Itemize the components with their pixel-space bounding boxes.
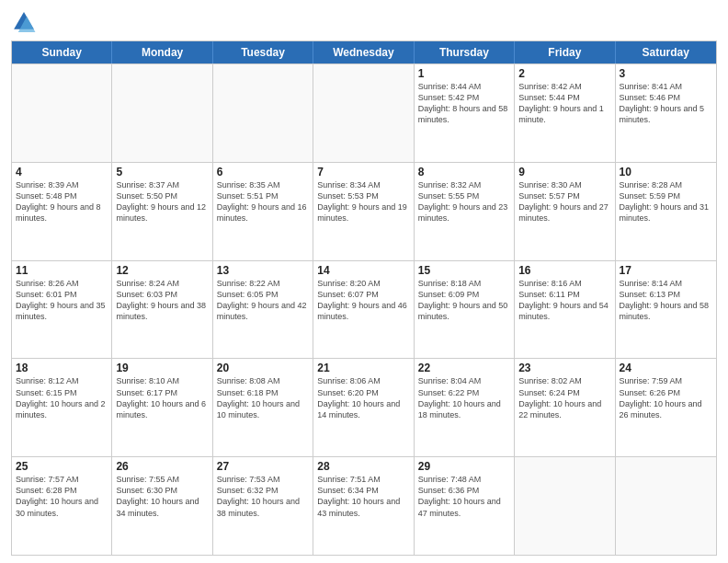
day-cell-20: 20Sunrise: 8:08 AM Sunset: 6:18 PM Dayli…: [213, 359, 313, 456]
day-header-sunday: Sunday: [12, 41, 112, 63]
day-cell-23: 23Sunrise: 8:02 AM Sunset: 6:24 PM Dayli…: [515, 359, 615, 456]
empty-cell: [616, 457, 716, 555]
day-number: 2: [518, 67, 610, 80]
day-info: Sunrise: 8:32 AM Sunset: 5:55 PM Dayligh…: [418, 179, 510, 224]
calendar-body: 1Sunrise: 8:44 AM Sunset: 5:42 PM Daylig…: [12, 63, 716, 555]
day-info: Sunrise: 7:59 AM Sunset: 6:26 PM Dayligh…: [620, 375, 712, 420]
page: SundayMondayTuesdayWednesdayThursdayFrid…: [0, 0, 728, 563]
day-cell-4: 4Sunrise: 8:39 AM Sunset: 5:48 PM Daylig…: [12, 163, 112, 260]
day-cell-6: 6Sunrise: 8:35 AM Sunset: 5:51 PM Daylig…: [213, 163, 313, 260]
day-info: Sunrise: 8:42 AM Sunset: 5:44 PM Dayligh…: [518, 81, 610, 126]
day-number: 24: [620, 362, 712, 374]
day-info: Sunrise: 8:06 AM Sunset: 6:20 PM Dayligh…: [317, 375, 409, 420]
day-info: Sunrise: 8:22 AM Sunset: 6:05 PM Dayligh…: [217, 278, 309, 323]
day-info: Sunrise: 8:08 AM Sunset: 6:18 PM Dayligh…: [217, 375, 309, 420]
day-info: Sunrise: 8:10 AM Sunset: 6:17 PM Dayligh…: [116, 375, 208, 420]
day-cell-14: 14Sunrise: 8:20 AM Sunset: 6:07 PM Dayli…: [313, 261, 414, 359]
day-header-thursday: Thursday: [415, 41, 515, 63]
day-cell-3: 3Sunrise: 8:41 AM Sunset: 5:46 PM Daylig…: [616, 64, 716, 162]
day-info: Sunrise: 8:16 AM Sunset: 6:11 PM Dayligh…: [518, 278, 610, 323]
day-cell-12: 12Sunrise: 8:24 AM Sunset: 6:03 PM Dayli…: [112, 261, 212, 359]
day-info: Sunrise: 7:51 AM Sunset: 6:34 PM Dayligh…: [317, 474, 409, 519]
day-cell-17: 17Sunrise: 8:14 AM Sunset: 6:13 PM Dayli…: [616, 261, 716, 359]
day-cell-26: 26Sunrise: 7:55 AM Sunset: 6:30 PM Dayli…: [112, 457, 212, 555]
calendar: SundayMondayTuesdayWednesdayThursdayFrid…: [11, 40, 717, 556]
day-cell-2: 2Sunrise: 8:42 AM Sunset: 5:44 PM Daylig…: [515, 64, 615, 162]
day-info: Sunrise: 8:04 AM Sunset: 6:22 PM Dayligh…: [418, 375, 510, 420]
calendar-header-row: SundayMondayTuesdayWednesdayThursdayFrid…: [12, 41, 716, 63]
day-cell-5: 5Sunrise: 8:37 AM Sunset: 5:50 PM Daylig…: [112, 163, 212, 260]
day-cell-10: 10Sunrise: 8:28 AM Sunset: 5:59 PM Dayli…: [616, 163, 716, 260]
day-cell-15: 15Sunrise: 8:18 AM Sunset: 6:09 PM Dayli…: [415, 261, 515, 359]
day-number: 10: [620, 166, 712, 178]
day-number: 4: [16, 166, 108, 178]
day-number: 13: [217, 264, 309, 277]
header: [11, 9, 717, 35]
day-cell-16: 16Sunrise: 8:16 AM Sunset: 6:11 PM Dayli…: [515, 261, 615, 359]
day-number: 29: [418, 460, 510, 473]
calendar-row-2: 4Sunrise: 8:39 AM Sunset: 5:48 PM Daylig…: [12, 162, 716, 260]
day-info: Sunrise: 8:41 AM Sunset: 5:46 PM Dayligh…: [620, 81, 712, 126]
day-info: Sunrise: 8:02 AM Sunset: 6:24 PM Dayligh…: [518, 375, 610, 420]
day-info: Sunrise: 8:14 AM Sunset: 6:13 PM Dayligh…: [620, 278, 712, 323]
day-number: 26: [116, 460, 208, 473]
empty-cell: [313, 64, 414, 162]
empty-cell: [515, 457, 615, 555]
day-number: 3: [620, 67, 712, 80]
day-number: 12: [116, 264, 208, 277]
empty-cell: [213, 64, 313, 162]
day-cell-27: 27Sunrise: 7:53 AM Sunset: 6:32 PM Dayli…: [213, 457, 313, 555]
day-cell-8: 8Sunrise: 8:32 AM Sunset: 5:55 PM Daylig…: [415, 163, 515, 260]
day-info: Sunrise: 8:18 AM Sunset: 6:09 PM Dayligh…: [418, 278, 510, 323]
day-number: 6: [217, 166, 309, 178]
day-cell-25: 25Sunrise: 7:57 AM Sunset: 6:28 PM Dayli…: [12, 457, 112, 555]
day-number: 22: [418, 362, 510, 374]
logo: [11, 9, 40, 35]
day-number: 25: [16, 460, 108, 473]
calendar-row-5: 25Sunrise: 7:57 AM Sunset: 6:28 PM Dayli…: [12, 456, 716, 555]
calendar-row-4: 18Sunrise: 8:12 AM Sunset: 6:15 PM Dayli…: [12, 358, 716, 456]
day-info: Sunrise: 8:35 AM Sunset: 5:51 PM Dayligh…: [217, 179, 309, 224]
day-info: Sunrise: 8:20 AM Sunset: 6:07 PM Dayligh…: [317, 278, 409, 323]
day-number: 16: [518, 264, 610, 277]
day-info: Sunrise: 7:53 AM Sunset: 6:32 PM Dayligh…: [217, 474, 309, 519]
day-number: 8: [418, 166, 510, 178]
day-header-monday: Monday: [112, 41, 212, 63]
day-cell-18: 18Sunrise: 8:12 AM Sunset: 6:15 PM Dayli…: [12, 359, 112, 456]
empty-cell: [12, 64, 112, 162]
calendar-row-3: 11Sunrise: 8:26 AM Sunset: 6:01 PM Dayli…: [12, 260, 716, 359]
day-number: 20: [217, 362, 309, 374]
day-cell-28: 28Sunrise: 7:51 AM Sunset: 6:34 PM Dayli…: [313, 457, 414, 555]
day-number: 7: [317, 166, 409, 178]
day-header-wednesday: Wednesday: [313, 41, 414, 63]
day-info: Sunrise: 7:48 AM Sunset: 6:36 PM Dayligh…: [418, 474, 510, 519]
day-cell-29: 29Sunrise: 7:48 AM Sunset: 6:36 PM Dayli…: [415, 457, 515, 555]
day-info: Sunrise: 8:34 AM Sunset: 5:53 PM Dayligh…: [317, 179, 409, 224]
day-cell-22: 22Sunrise: 8:04 AM Sunset: 6:22 PM Dayli…: [415, 359, 515, 456]
day-info: Sunrise: 8:30 AM Sunset: 5:57 PM Dayligh…: [518, 179, 610, 224]
empty-cell: [112, 64, 212, 162]
day-cell-21: 21Sunrise: 8:06 AM Sunset: 6:20 PM Dayli…: [313, 359, 414, 456]
day-info: Sunrise: 7:57 AM Sunset: 6:28 PM Dayligh…: [16, 474, 108, 519]
day-number: 15: [418, 264, 510, 277]
day-number: 18: [16, 362, 108, 374]
day-number: 19: [116, 362, 208, 374]
day-header-saturday: Saturday: [616, 41, 716, 63]
logo-icon: [11, 9, 37, 35]
day-number: 21: [317, 362, 409, 374]
day-info: Sunrise: 8:39 AM Sunset: 5:48 PM Dayligh…: [16, 179, 108, 224]
day-cell-24: 24Sunrise: 7:59 AM Sunset: 6:26 PM Dayli…: [616, 359, 716, 456]
day-number: 23: [518, 362, 610, 374]
day-cell-13: 13Sunrise: 8:22 AM Sunset: 6:05 PM Dayli…: [213, 261, 313, 359]
day-info: Sunrise: 8:44 AM Sunset: 5:42 PM Dayligh…: [418, 81, 510, 126]
day-number: 9: [518, 166, 610, 178]
day-header-friday: Friday: [515, 41, 615, 63]
day-cell-9: 9Sunrise: 8:30 AM Sunset: 5:57 PM Daylig…: [515, 163, 615, 260]
day-info: Sunrise: 7:55 AM Sunset: 6:30 PM Dayligh…: [116, 474, 208, 519]
day-number: 28: [317, 460, 409, 473]
day-info: Sunrise: 8:24 AM Sunset: 6:03 PM Dayligh…: [116, 278, 208, 323]
day-cell-11: 11Sunrise: 8:26 AM Sunset: 6:01 PM Dayli…: [12, 261, 112, 359]
day-cell-19: 19Sunrise: 8:10 AM Sunset: 6:17 PM Dayli…: [112, 359, 212, 456]
day-number: 11: [16, 264, 108, 277]
day-cell-7: 7Sunrise: 8:34 AM Sunset: 5:53 PM Daylig…: [313, 163, 414, 260]
